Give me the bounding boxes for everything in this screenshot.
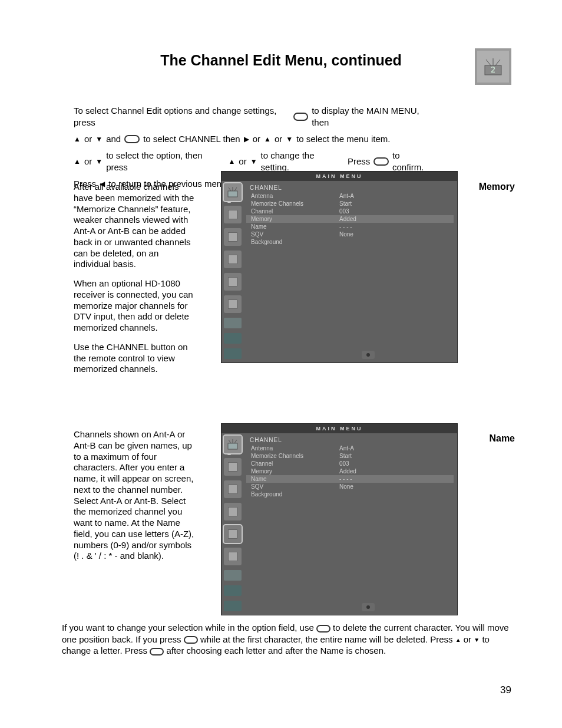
section-label-name: Name	[489, 433, 515, 444]
up-triangle-icon: ▲	[74, 136, 81, 143]
svg-line-10	[229, 440, 231, 443]
row-value: Start	[339, 453, 454, 459]
name-p1: Channels shown on Ant-A or Ant-B can be …	[74, 429, 197, 562]
down-triangle-icon: ▼	[95, 136, 103, 143]
tab-icon	[224, 206, 242, 223]
page-number: 39	[500, 684, 511, 696]
icon-column	[224, 183, 242, 359]
reminder-text: and	[106, 133, 121, 145]
row-label: SQV	[246, 231, 339, 238]
name-description: Channels shown on Ant-A or Ant-B can be …	[74, 429, 197, 570]
svg-line-6	[229, 187, 231, 191]
svg-line-11	[234, 440, 237, 443]
right-triangle-icon: ▶	[244, 136, 249, 143]
row-label: Memory	[246, 216, 339, 222]
bottom-text: while at the first character, the entire…	[200, 634, 453, 644]
reminder-text: to select CHANNEL then	[143, 133, 240, 145]
channel-panel: CHANNEL AntennaAnt-A Memorize ChannelsSt…	[246, 183, 454, 359]
row-label: Name	[246, 223, 339, 230]
down-triangle-icon: ▼	[286, 136, 293, 143]
menu-bar: MAIN MENU	[222, 424, 457, 433]
row-value: Added	[339, 216, 454, 222]
memory-p2: When an optional HD-1080 receiver is con…	[74, 278, 197, 334]
svg-line-3	[495, 60, 500, 65]
row-value: Ant-A	[339, 445, 454, 452]
enter-button-icon	[373, 157, 389, 166]
menu-bar: MAIN MENU	[222, 172, 457, 181]
row-value: - - - -	[339, 476, 454, 482]
reminder-text: or	[275, 133, 282, 145]
row-value: Ant-A	[339, 193, 454, 199]
row-label: Background	[246, 491, 339, 498]
row-label: Channel	[246, 460, 339, 467]
reminder-text: or	[253, 133, 260, 145]
reminder-text: or	[239, 156, 246, 167]
svg-text:2: 2	[491, 65, 495, 74]
antenna-tab-icon	[224, 436, 242, 453]
tab-icon	[224, 273, 242, 291]
section-label-memory: Memory	[479, 182, 515, 192]
svg-rect-9	[228, 443, 237, 449]
reminder-text: or	[84, 156, 92, 167]
cancel-button-icon	[316, 625, 330, 633]
corner-badge: 2	[475, 48, 511, 85]
reminder-text: to display the MAIN MENU, then	[312, 105, 433, 129]
row-label: Memory	[246, 468, 339, 475]
down-triangle-icon: ▼	[250, 158, 257, 165]
memory-p1: After all available channels have been m…	[74, 182, 197, 270]
svg-rect-5	[228, 191, 237, 197]
svg-line-7	[234, 187, 237, 191]
antenna-tab-icon	[224, 183, 242, 201]
indicator-icon	[362, 603, 375, 611]
globe-tab-icon	[224, 570, 242, 581]
tab-icon	[224, 503, 242, 521]
antenna-2-icon: 2	[482, 56, 504, 77]
reminder-text: or	[84, 133, 92, 145]
row-value: None	[339, 483, 454, 490]
tab-icon	[224, 525, 242, 543]
cancel-button-icon	[184, 636, 198, 644]
up-triangle-icon: ▲	[74, 158, 81, 165]
icon-column	[224, 436, 242, 611]
row-value: 003	[339, 460, 454, 467]
enter-button-icon	[150, 648, 164, 655]
bottom-text: If you want to change your selection whi…	[62, 622, 314, 633]
menu-button-icon	[293, 113, 308, 121]
row-value: - - - -	[339, 223, 454, 230]
row-value: None	[339, 231, 454, 238]
bottom-paragraph: If you want to change your selection whi…	[62, 622, 511, 657]
row-label: Channel	[246, 208, 339, 215]
bottom-text: after choosing each letter and after the…	[166, 645, 386, 655]
row-label: SQV	[246, 483, 339, 490]
tab-icon	[224, 548, 242, 565]
row-value	[339, 491, 454, 498]
memory-description: After all available channels have been m…	[74, 182, 197, 383]
name-screenshot: MAIN MENU 2 CHANNEL AntennaAnt-A Memoriz…	[221, 423, 458, 615]
panel-heading: CHANNEL	[246, 183, 454, 192]
reminder-text: To select Channel Edit options and chang…	[74, 105, 290, 129]
up-triangle-icon: ▲	[455, 637, 461, 643]
tab-icon	[224, 295, 242, 313]
memory-screenshot: MAIN MENU 2 CHANNEL AntennaAnt-A Memoriz…	[221, 171, 458, 363]
reminder-text: to confirm.	[392, 150, 433, 173]
enter-button-icon	[124, 135, 140, 143]
row-label: Name	[246, 476, 339, 482]
reminder-text: to select the option, then press	[106, 150, 224, 173]
tab-icon	[224, 228, 242, 246]
up-triangle-icon: ▲	[264, 136, 271, 143]
tab-icon	[224, 333, 242, 344]
globe-tab-icon	[224, 318, 242, 328]
bottom-text: or	[464, 634, 471, 644]
down-triangle-icon: ▼	[474, 637, 480, 643]
tab-icon	[224, 480, 242, 498]
row-value: Start	[339, 200, 454, 207]
svg-line-2	[486, 60, 491, 65]
reminder-text: to change the setting.	[261, 150, 344, 173]
tab-icon	[224, 585, 242, 596]
row-value: Added	[339, 468, 454, 475]
row-label: Antenna	[246, 445, 339, 452]
reminder-text: Press	[348, 156, 370, 167]
down-triangle-icon: ▼	[95, 158, 103, 165]
tab-icon	[224, 458, 242, 476]
row-label: Memorize Channels	[246, 200, 339, 207]
